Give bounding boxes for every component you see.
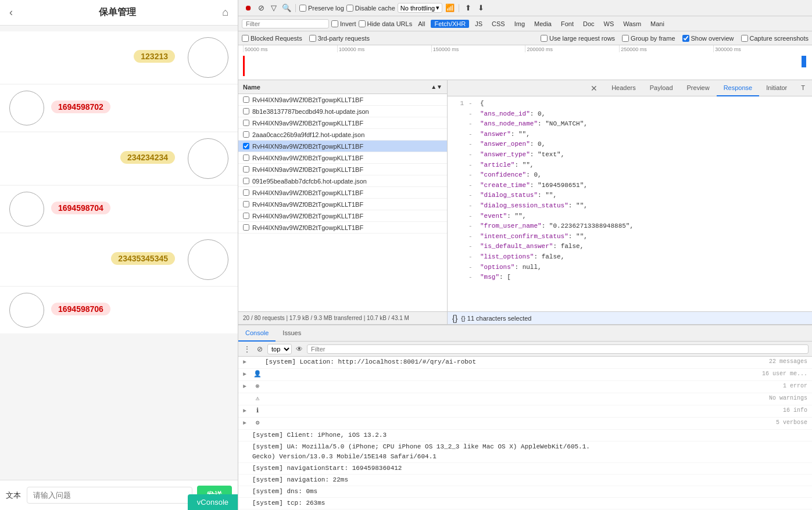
row-checkbox-5[interactable] — [243, 155, 249, 161]
name-row-6[interactable]: RvH4IXN9av9WZf0B2tTgowpKLLT1BF — [238, 164, 447, 175]
tab-response[interactable]: Response — [717, 80, 760, 96]
row-checkbox-8[interactable] — [243, 189, 249, 196]
row-checkbox-9[interactable] — [243, 201, 249, 207]
row-checkbox-0[interactable] — [243, 96, 249, 103]
name-row-2[interactable]: RvH4IXN9av9WZf0B2tTgowpKLLT1BF — [238, 117, 447, 129]
name-row-10[interactable]: RvH4IXN9av9WZf0B2tTgowpKLLT1BF — [238, 210, 447, 222]
row-checkbox-3[interactable] — [243, 131, 249, 138]
hide-data-urls-checkbox[interactable]: Hide data URLs — [359, 20, 413, 27]
capture-screenshots-checkbox[interactable]: Capture screenshots — [741, 35, 809, 42]
console-count-0: 22 messages — [769, 357, 807, 367]
group-by-frame-input[interactable] — [622, 35, 629, 42]
row-checkbox-6[interactable] — [243, 166, 249, 173]
blocked-requests-input[interactable] — [242, 35, 249, 42]
row-checkbox-10[interactable] — [243, 213, 249, 219]
row-checkbox-2[interactable] — [243, 120, 249, 126]
capture-screenshots-input[interactable] — [741, 35, 748, 42]
tab-preview[interactable]: Preview — [680, 80, 717, 96]
disable-cache-input[interactable] — [346, 5, 353, 12]
name-row-3[interactable]: 2aaa0cacc26b9a9fdf12.hot-update.json — [238, 129, 447, 141]
filter-icon[interactable]: ▽ — [269, 3, 279, 13]
line-num — [452, 150, 464, 160]
tab-issues[interactable]: Issues — [276, 325, 308, 342]
list-item[interactable]: 1694598706 — [0, 287, 238, 333]
wifi-icon[interactable]: 📶 — [445, 3, 455, 13]
throttle-select[interactable]: No throttling ▾ — [398, 3, 442, 13]
use-large-rows-checkbox[interactable]: Use large request rows — [541, 35, 615, 42]
back-button[interactable]: ‹ — [9, 6, 13, 19]
list-item[interactable]: 123213 — [0, 31, 238, 84]
name-row-7[interactable]: 091e95bea8abb7dcfcb6.hot-update.json — [238, 175, 447, 187]
preserve-log-input[interactable] — [299, 5, 306, 12]
footer-input[interactable] — [27, 487, 192, 504]
type-btn-img[interactable]: Img — [511, 20, 528, 28]
name-row-0[interactable]: RvH4IXN9av9WZf0B2tTgowpKLLT1BF — [238, 94, 447, 106]
console-toggle-4[interactable]: ► — [243, 407, 250, 416]
name-row-4[interactable]: RvH4IXN9av9WZf0B2tTgowpKLLT1BF — [238, 141, 447, 152]
type-btn-doc[interactable]: Doc — [580, 20, 598, 28]
third-party-checkbox[interactable]: 3rd-party requests — [309, 35, 370, 42]
record-icon[interactable]: ⏺ — [243, 3, 253, 13]
search-icon[interactable]: 🔍 — [281, 3, 292, 13]
console-eye-icon[interactable]: 👁 — [294, 344, 305, 354]
filter-input[interactable] — [242, 19, 329, 28]
block-icon[interactable]: ⊘ — [256, 3, 266, 13]
type-btn-mani[interactable]: Mani — [647, 20, 668, 28]
list-item[interactable]: 234234234 — [0, 132, 238, 185]
list-item[interactable]: 1694598704 — [0, 186, 238, 232]
use-large-rows-input[interactable] — [541, 35, 548, 42]
type-btn-fetch-xhr[interactable]: Fetch/XHR — [431, 20, 469, 28]
tab-t[interactable]: T — [794, 80, 812, 96]
type-btn-css[interactable]: CSS — [488, 20, 509, 28]
name-row-5[interactable]: RvH4IXN9av9WZf0B2tTgowpKLLT1BF — [238, 152, 447, 164]
console-filter-input[interactable] — [307, 344, 809, 354]
type-btn-font[interactable]: Font — [557, 20, 577, 28]
type-btn-js[interactable]: JS — [471, 20, 486, 28]
tab-initiator[interactable]: Initiator — [759, 80, 794, 96]
invert-input[interactable] — [331, 20, 338, 27]
home-button[interactable]: ⌂ — [222, 6, 228, 19]
type-btn-ws[interactable]: WS — [600, 20, 618, 28]
line-num — [452, 272, 464, 283]
show-overview-input[interactable] — [682, 35, 689, 42]
upload-icon[interactable]: ⬆ — [463, 3, 473, 13]
type-btn-media[interactable]: Media — [531, 20, 555, 28]
tab-console[interactable]: Console — [238, 325, 276, 342]
name-row-11[interactable]: RvH4IXN9av9WZf0B2tTgowpKLLT1BF — [238, 222, 447, 234]
name-list-rows[interactable]: RvH4IXN9av9WZf0B2tTgowpKLLT1BF8b1e381377… — [238, 94, 447, 311]
type-btn-wasm[interactable]: Wasm — [620, 20, 645, 28]
type-btn-all[interactable]: All — [414, 20, 428, 28]
console-toggle-1[interactable]: ► — [243, 370, 250, 379]
row-checkbox-11[interactable] — [243, 224, 249, 231]
show-overview-checkbox[interactable]: Show overview — [682, 35, 734, 42]
json-format-icon[interactable]: {} — [452, 314, 457, 323]
name-row-9[interactable]: RvH4IXN9av9WZf0B2tTgowpKLLT1BF — [238, 199, 447, 210]
invert-checkbox[interactable]: Invert — [331, 20, 356, 27]
console-toggle-2[interactable]: ► — [243, 382, 250, 392]
console-toggle-5[interactable]: ► — [243, 419, 250, 428]
name-row-8[interactable]: RvH4IXN9av9WZf0B2tTgowpKLLT1BF — [238, 187, 447, 199]
list-item[interactable]: 23435345345 — [0, 234, 238, 286]
tab-headers[interactable]: Headers — [604, 80, 643, 96]
vconsole-button[interactable]: vConsole — [188, 494, 238, 510]
hide-data-urls-input[interactable] — [359, 20, 366, 27]
list-item[interactable]: 1694598702 — [0, 85, 238, 131]
row-checkbox-1[interactable] — [243, 108, 249, 114]
sort-icon[interactable]: ▲▼ — [431, 84, 442, 90]
download-icon[interactable]: ⬇ — [475, 3, 486, 13]
name-list-header: Name ▲▼ — [238, 80, 447, 94]
console-context-select[interactable]: top — [267, 344, 292, 354]
console-toggle-0[interactable]: ► — [243, 358, 250, 367]
close-response-button[interactable]: ✕ — [588, 82, 600, 94]
third-party-input[interactable] — [309, 35, 316, 42]
row-checkbox-4[interactable] — [243, 143, 249, 149]
blocked-requests-checkbox[interactable]: Blocked Requests — [242, 35, 302, 42]
tab-payload[interactable]: Payload — [643, 80, 680, 96]
preserve-log-checkbox[interactable]: Preserve log — [299, 5, 344, 12]
name-row-1[interactable]: 8b1e38137787becdbd49.hot-update.json — [238, 106, 447, 117]
console-menu-icon[interactable]: ⋮ — [242, 344, 252, 354]
disable-cache-checkbox[interactable]: Disable cache — [346, 5, 395, 12]
row-checkbox-7[interactable] — [243, 178, 249, 184]
console-block-icon[interactable]: ⊘ — [255, 344, 265, 354]
group-by-frame-checkbox[interactable]: Group by frame — [622, 35, 675, 42]
